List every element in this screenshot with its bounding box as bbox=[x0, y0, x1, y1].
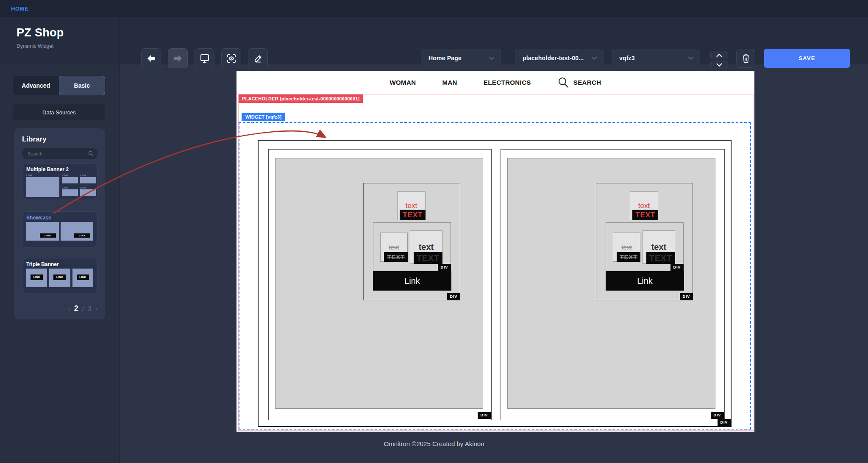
nav-item-woman[interactable]: WOMAN bbox=[389, 79, 416, 86]
library-card-triple-banner[interactable]: Triple Banner LINK LINK LINK bbox=[22, 258, 97, 294]
library-title: Library bbox=[22, 135, 47, 144]
banner-thumb bbox=[26, 177, 59, 197]
link-badge: LINK bbox=[74, 233, 90, 238]
library-card-title: Triple Banner bbox=[26, 261, 93, 267]
pagination-total: 3 bbox=[88, 305, 92, 313]
edit-button[interactable] bbox=[248, 48, 268, 68]
search-icon bbox=[88, 151, 94, 156]
page-select[interactable]: Home Page bbox=[421, 49, 501, 67]
banner-thumb: LINK bbox=[72, 269, 93, 287]
showcase-link[interactable]: Link bbox=[373, 271, 451, 291]
pagination-prev[interactable]: ‹ bbox=[68, 305, 70, 312]
link-label: LINK bbox=[80, 174, 96, 177]
placeholder-select[interactable]: placeholder-test-00... bbox=[515, 49, 604, 67]
showcase-column: text TEXT text TEXT text TEXT DIV bbox=[268, 149, 492, 420]
library-card-multiple-banner-2[interactable]: Multiple Banner 2 LINK LINK LINK LINK LI… bbox=[22, 163, 97, 199]
banner-thumb bbox=[80, 189, 96, 196]
div-badge: DIV bbox=[447, 293, 460, 300]
library-card-title: Showcase bbox=[26, 215, 93, 221]
scan-eye-icon bbox=[226, 53, 236, 64]
link-badge: LINK bbox=[40, 233, 56, 238]
footer-text: Omnitron ©2025 Created by Akinon bbox=[0, 440, 868, 447]
library-card-showcase[interactable]: Showcase LINK LINK bbox=[22, 211, 97, 247]
monitor-icon bbox=[200, 53, 210, 64]
link-label: LINK bbox=[26, 174, 59, 177]
mode-tabs: Advanced Basic bbox=[13, 76, 105, 95]
text-badge: TEXT bbox=[400, 210, 426, 220]
showcase-thumb: LINK bbox=[26, 222, 59, 241]
back-button[interactable] bbox=[141, 48, 161, 68]
div-badge: DIV bbox=[478, 412, 491, 419]
widget-label: WIDGET [vqfz3] bbox=[242, 113, 285, 121]
showcase-content-block: text TEXT text TEXT text TEXT DIV bbox=[596, 183, 693, 300]
text-value: text bbox=[389, 244, 399, 251]
div-badge: DIV bbox=[718, 419, 731, 426]
banner-thumb bbox=[80, 177, 96, 183]
showcase-content-block: text TEXT text TEXT text TEXT DIV bbox=[363, 183, 460, 300]
pencil-icon bbox=[253, 54, 263, 63]
forward-button[interactable] bbox=[168, 48, 188, 68]
text-value: text bbox=[651, 242, 667, 252]
pagination-separator: / bbox=[82, 305, 84, 313]
chevron-down-icon bbox=[716, 63, 722, 67]
link-label: LINK bbox=[62, 174, 78, 177]
pagination-current: 2 bbox=[74, 304, 78, 313]
chevron-up-icon bbox=[716, 53, 722, 57]
delete-button[interactable] bbox=[736, 49, 755, 68]
nav-item-electronics[interactable]: ELECTRONICS bbox=[484, 79, 531, 86]
header: PZ Shop Dynamic Widget bbox=[0, 17, 868, 64]
showcase-link[interactable]: Link bbox=[606, 271, 684, 291]
showcase-image-area: text TEXT text TEXT text TEXT DIV bbox=[275, 158, 483, 409]
library-panel: Library Multiple Banner 2 LINK LINK LINK bbox=[14, 128, 105, 319]
text-value: text bbox=[638, 202, 650, 210]
nav-search-label: SEARCH bbox=[573, 79, 601, 86]
data-sources-button[interactable]: Data Sources bbox=[13, 104, 105, 120]
text-block-large: text TEXT bbox=[410, 230, 442, 264]
link-badge: LINK bbox=[53, 274, 66, 280]
preview-button[interactable] bbox=[195, 48, 214, 68]
text-group-block: text TEXT text TEXT DIV bbox=[373, 222, 451, 271]
text-block-large: text TEXT bbox=[643, 230, 675, 264]
text-group-block: text TEXT text TEXT DIV bbox=[606, 222, 684, 271]
widget-select[interactable]: vqfz3 bbox=[612, 49, 700, 67]
link-badge: LINK bbox=[31, 274, 43, 280]
text-block-small: text TEXT bbox=[613, 233, 640, 262]
link-label: LINK bbox=[80, 186, 96, 189]
library-card-title: Multiple Banner 2 bbox=[26, 166, 93, 172]
text-badge: TEXT bbox=[646, 252, 675, 264]
tab-basic[interactable]: Basic bbox=[59, 76, 106, 95]
storefront-nav: WOMAN MAN ELECTRONICS SEARCH bbox=[236, 71, 754, 94]
pagination-next[interactable]: › bbox=[95, 305, 97, 312]
link-badge: LINK bbox=[77, 274, 89, 280]
move-up-button[interactable] bbox=[710, 51, 728, 59]
page-subtitle: Dynamic Widget bbox=[17, 43, 120, 49]
banner-thumb bbox=[62, 189, 78, 196]
widget-select-value: vqfz3 bbox=[619, 55, 635, 61]
text-badge: TEXT bbox=[384, 252, 408, 262]
move-down-button[interactable] bbox=[710, 61, 728, 69]
chevron-down-icon bbox=[591, 56, 597, 60]
brand-block: PZ Shop Dynamic Widget bbox=[0, 17, 120, 64]
focus-view-button[interactable] bbox=[221, 48, 241, 68]
library-search-input[interactable] bbox=[22, 148, 97, 159]
div-badge: DIV bbox=[438, 264, 451, 271]
text-value: text bbox=[621, 244, 632, 251]
breadcrumb-home-link[interactable]: HOME bbox=[11, 6, 28, 12]
div-badge: DIV bbox=[711, 412, 724, 419]
page-select-value: Home Page bbox=[428, 55, 462, 61]
back-arrow-icon bbox=[147, 54, 156, 63]
save-button[interactable]: SAVE bbox=[764, 49, 850, 68]
search-icon bbox=[557, 77, 569, 89]
text-badge: TEXT bbox=[414, 252, 442, 264]
sidebar: Advanced Basic Data Sources Library Mult… bbox=[0, 64, 120, 463]
nav-search[interactable]: SEARCH bbox=[557, 77, 601, 89]
chevron-down-icon bbox=[688, 56, 694, 60]
nav-item-man[interactable]: MAN bbox=[442, 79, 457, 86]
showcase-column: text TEXT text TEXT text TEXT DIV bbox=[501, 149, 725, 420]
banner-thumb bbox=[62, 177, 78, 183]
link-label: LINK bbox=[62, 186, 78, 189]
tab-advanced[interactable]: Advanced bbox=[13, 76, 59, 95]
library-pagination: ‹ 2 / 3 › bbox=[22, 304, 97, 313]
banner-thumb: LINK bbox=[49, 269, 70, 287]
text-block-red: text TEXT bbox=[397, 191, 426, 220]
